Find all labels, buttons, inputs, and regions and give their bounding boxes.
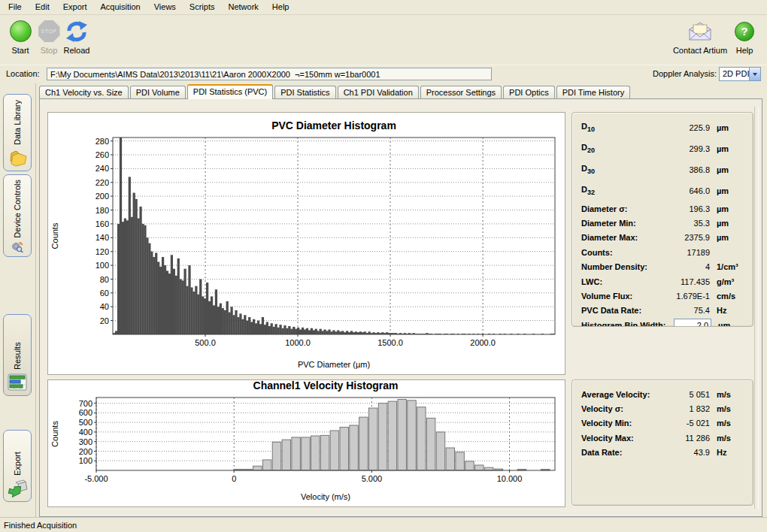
svg-text:Counts: Counts — [50, 421, 59, 447]
stat-value: 386.8 — [662, 165, 710, 174]
tab-pdi-statistics-pvc[interactable]: PDI Statistics (PVC) — [187, 84, 273, 99]
stat-label: D20 — [581, 143, 662, 154]
contact-artium-label: Contact Artium — [672, 46, 729, 55]
svg-text:240: 240 — [95, 164, 109, 173]
doppler-analysis-dropdown[interactable]: 2D PDI — [719, 67, 761, 81]
tab-pdi-optics[interactable]: PDI Optics — [503, 86, 555, 98]
menu-item-acquisition[interactable]: Acquisition — [94, 0, 147, 14]
doppler-analysis-value: 2D PDI — [720, 68, 749, 80]
stat-value: 43.9 — [662, 448, 710, 457]
svg-text:0: 0 — [232, 474, 236, 483]
reload-icon — [65, 20, 89, 43]
svg-text:Channel1 Velocity Histogram: Channel1 Velocity Histogram — [253, 380, 399, 391]
status-text: Finished Acquisition — [4, 521, 77, 530]
svg-text:220: 220 — [95, 178, 109, 187]
stat-unit: g/m³ — [710, 277, 747, 286]
app-window: FileEditExportAcquisitionViewsScriptsNet… — [0, 0, 767, 84]
chevron-down-icon — [753, 73, 757, 78]
location-row: Location: Doppler Analysis: 2D PDI — [0, 65, 767, 84]
stat-unit: m/s — [710, 419, 747, 428]
export-icon — [8, 479, 28, 497]
help-icon: ? — [735, 22, 754, 41]
stat-row: Data Rate:43.9Hz — [581, 446, 747, 460]
stat-row: D32646.0µm — [581, 180, 747, 201]
stat-unit: µm — [710, 219, 747, 228]
tab-processor-settings[interactable]: Processor Settings — [420, 86, 502, 98]
stat-label: D10 — [581, 122, 662, 133]
vertical-splitter[interactable] — [754, 107, 759, 509]
svg-text:1000.0: 1000.0 — [285, 338, 311, 347]
stat-row: Diameter Max:2375.9µm — [581, 231, 747, 245]
location-input[interactable] — [47, 68, 492, 80]
stat-unit: µm — [710, 186, 747, 195]
tab-ch1-pdi-validation[interactable]: Ch1 PDI Validation — [338, 86, 419, 98]
menu-item-export[interactable]: Export — [56, 0, 94, 14]
svg-text:700: 700 — [79, 399, 92, 408]
envelope-icon — [687, 22, 713, 41]
svg-text:200: 200 — [95, 192, 109, 201]
stat-unit: µm — [710, 123, 747, 132]
stat-unit: Hz — [710, 306, 747, 315]
tab-pdi-time-history[interactable]: PDI Time History — [556, 86, 631, 98]
svg-text:180: 180 — [95, 206, 109, 215]
stat-row: PVC Data Rate:75.4Hz — [581, 304, 747, 318]
svg-text:Counts: Counts — [50, 222, 59, 249]
sidebar-item-export[interactable]: Export — [3, 430, 32, 502]
stat-value: 196.3 — [662, 204, 710, 213]
sidebar-item-data-library[interactable]: Data Library — [3, 94, 32, 171]
menu-item-scripts[interactable]: Scripts — [183, 0, 222, 14]
menu-item-views[interactable]: Views — [147, 0, 183, 14]
pvc-diameter-histogram-panel: 2040608010012014016018020022024026028050… — [47, 112, 565, 375]
sidebar-item-device-controls[interactable]: Device Controls — [3, 174, 32, 257]
stat-row: D20299.3µm — [581, 138, 747, 159]
svg-text:140: 140 — [95, 233, 109, 242]
stat-label: D30 — [581, 164, 662, 175]
stat-row: LWC:117.435g/m³ — [581, 274, 747, 289]
svg-text:500: 500 — [79, 418, 92, 427]
menu-item-help[interactable]: Help — [265, 0, 296, 14]
velocity-statistics-panel: Average Velocity:5 051m/sVelocity σ:1 83… — [571, 379, 753, 506]
histogram-bin-width-input[interactable] — [674, 319, 711, 327]
tab-pdi-statistics[interactable]: PDI Statistics — [274, 86, 335, 98]
main-area: Data Library Device Controls — [0, 83, 767, 517]
svg-text:600: 600 — [79, 408, 92, 417]
toolbar: Start STOP Stop Reload — [0, 15, 767, 65]
reload-button-label: Reload — [58, 46, 95, 55]
stat-label: Average Velocity: — [581, 390, 662, 399]
stat-label: LWC: — [581, 277, 662, 286]
svg-text:10.000: 10.000 — [497, 474, 523, 483]
tab-content: 2040608010012014016018020022024026028050… — [39, 98, 762, 517]
reload-button[interactable]: Reload — [58, 19, 95, 55]
stat-value: 17189 — [662, 248, 710, 257]
stat-row: Average Velocity:5 051m/s — [581, 387, 747, 401]
sidebar-item-results[interactable]: Results — [3, 314, 32, 396]
contact-artium-button[interactable]: Contact Artium — [672, 19, 729, 55]
stat-value: 646.0 — [662, 186, 710, 195]
dropdown-arrow-button[interactable] — [749, 68, 760, 80]
tab-ch1-velocity-vs-size[interactable]: Ch1 Velocity vs. Size — [39, 86, 129, 98]
stat-row: Diameter Min:35.3µm — [581, 216, 747, 230]
menu-item-edit[interactable]: Edit — [29, 0, 56, 14]
stat-value: 11 286 — [662, 434, 710, 443]
location-label: Location: — [6, 69, 40, 78]
start-icon — [10, 20, 32, 42]
pvc-statistics-panel: D10225.9µmD20299.3µmD30386.8µmD32646.0µm… — [571, 112, 753, 327]
svg-text:PVC Diameter (µm): PVC Diameter (µm) — [298, 360, 370, 369]
tab-pdi-volume[interactable]: PDI Volume — [130, 86, 186, 98]
menu-item-network[interactable]: Network — [221, 0, 265, 14]
stat-row: Histogram Bin Width:µm — [581, 318, 747, 327]
stat-unit: µm — [710, 233, 747, 242]
stat-unit: m/s — [710, 390, 747, 399]
stat-value: 299.3 — [662, 144, 710, 153]
stat-label: Diameter σ: — [581, 204, 662, 213]
svg-text:260: 260 — [95, 150, 109, 159]
stat-row: Diameter σ:196.3µm — [581, 201, 747, 216]
stat-unit: µm — [711, 321, 747, 327]
stat-unit: m/s — [710, 404, 747, 413]
help-button[interactable]: ? Help — [731, 19, 758, 55]
menu-item-file[interactable]: File — [2, 0, 29, 14]
svg-text:PVC Diameter Histogram: PVC Diameter Histogram — [271, 119, 396, 131]
stat-value: 1.679E-1 — [662, 292, 710, 301]
svg-text:2000.0: 2000.0 — [470, 338, 496, 347]
sidebar-label: Results — [13, 319, 22, 370]
